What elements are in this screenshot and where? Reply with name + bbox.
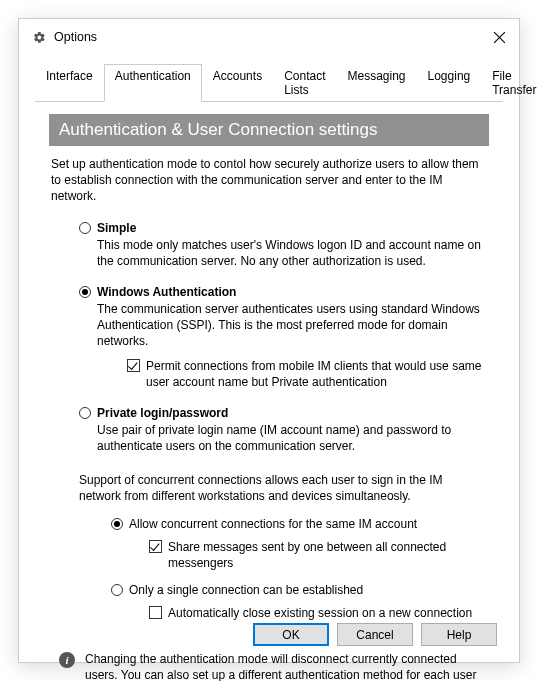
cancel-button[interactable]: Cancel [337, 623, 413, 646]
radio-simple[interactable] [79, 222, 91, 234]
radio-windows-label[interactable]: Windows Authentication [97, 285, 236, 299]
tab-contact-lists[interactable]: Contact Lists [273, 64, 336, 102]
private-desc: Use pair of private login name (IM accou… [97, 422, 489, 454]
button-bar: OK Cancel Help [253, 623, 497, 646]
tab-interface[interactable]: Interface [35, 64, 104, 102]
section-header: Authentication & User Connection setting… [49, 114, 489, 146]
concurrent-option-allow: Allow concurrent connections for the sam… [111, 517, 489, 571]
gear-icon [33, 31, 46, 44]
tab-file-transfer[interactable]: File Transfer [481, 64, 538, 102]
help-button[interactable]: Help [421, 623, 497, 646]
checkbox-auto-close-label[interactable]: Automatically close existing session on … [168, 605, 472, 621]
concurrent-intro: Support of concurrent connections allows… [79, 472, 487, 504]
tab-accounts[interactable]: Accounts [202, 64, 273, 102]
windows-desc: The communication server authenticates u… [97, 301, 489, 350]
radio-simple-label[interactable]: Simple [97, 221, 136, 235]
window-title: Options [54, 30, 489, 44]
checkbox-auto-close[interactable] [149, 606, 162, 619]
intro-text: Set up authentication mode to contol how… [51, 156, 487, 205]
tab-bar: Interface Authentication Accounts Contac… [35, 63, 503, 102]
radio-allow-concurrent-label[interactable]: Allow concurrent connections for the sam… [129, 517, 417, 531]
close-icon [494, 32, 505, 43]
tab-messaging[interactable]: Messaging [336, 64, 416, 102]
auth-option-windows: Windows Authentication The communication… [79, 285, 489, 390]
checkbox-share-messages[interactable] [149, 540, 162, 553]
options-dialog: Options Interface Authentication Account… [18, 18, 520, 663]
radio-private[interactable] [79, 407, 91, 419]
info-icon: i [59, 652, 75, 668]
radio-windows[interactable] [79, 286, 91, 298]
auth-option-simple: Simple This mode only matches user's Win… [79, 221, 489, 269]
tab-authentication[interactable]: Authentication [104, 64, 202, 102]
titlebar: Options [19, 19, 519, 57]
tab-logging[interactable]: Logging [417, 64, 482, 102]
close-button[interactable] [489, 27, 509, 47]
checkbox-permit-mobile-label[interactable]: Permit connections from mobile IM client… [146, 358, 489, 390]
checkbox-permit-mobile[interactable] [127, 359, 140, 372]
tab-content: Authentication & User Connection setting… [19, 102, 519, 681]
info-row: i Changing the authentication mode will … [59, 651, 487, 681]
ok-button[interactable]: OK [253, 623, 329, 646]
radio-single-connection[interactable] [111, 584, 123, 596]
info-text: Changing the authentication mode will di… [85, 651, 487, 681]
concurrent-option-single: Only a single connection can be establis… [111, 583, 489, 621]
checkbox-share-messages-label[interactable]: Share messages sent by one between all c… [168, 539, 489, 571]
auth-option-private: Private login/password Use pair of priva… [79, 406, 489, 454]
radio-single-connection-label[interactable]: Only a single connection can be establis… [129, 583, 363, 597]
simple-desc: This mode only matches user's Windows lo… [97, 237, 489, 269]
radio-allow-concurrent[interactable] [111, 518, 123, 530]
radio-private-label[interactable]: Private login/password [97, 406, 228, 420]
